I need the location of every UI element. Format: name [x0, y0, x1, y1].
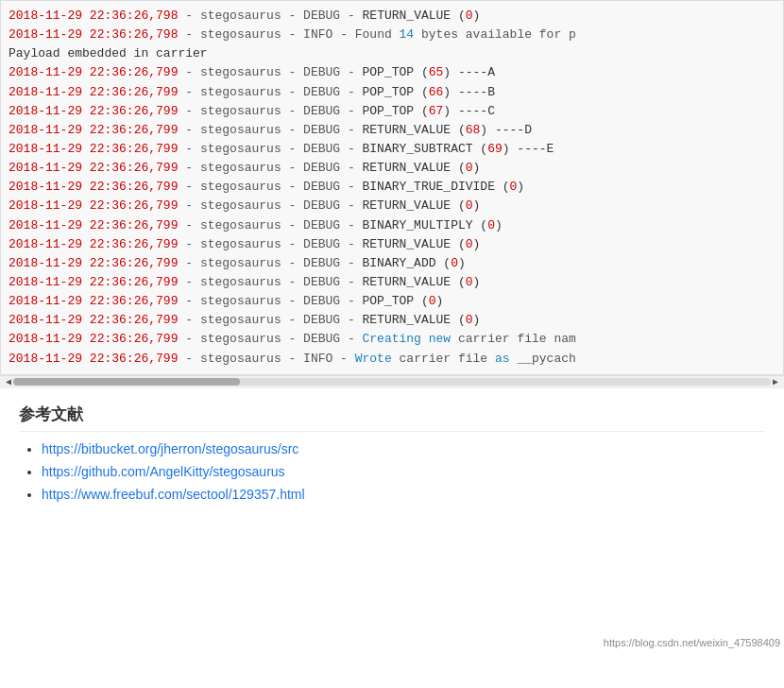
references-list: https://bitbucket.org/jherron/stegosauru…: [19, 441, 765, 502]
log-line-payload: Payload embedded in carrier: [9, 44, 775, 63]
log-line: 2018-11-29 22:36:26,799 - stegosaurus - …: [9, 102, 775, 121]
reference-link-3[interactable]: https://www.freebuf.com/sectool/129357.h…: [42, 487, 305, 502]
log-line: 2018-11-29 22:36:26,799 - stegosaurus - …: [9, 235, 775, 254]
scrollbar-track[interactable]: [13, 378, 771, 386]
scrollbar-thumb[interactable]: [13, 378, 240, 386]
log-container[interactable]: 2018-11-29 22:36:26,798 - stegosaurus - …: [0, 0, 784, 375]
log-line: 2018-11-29 22:36:26,799 - stegosaurus - …: [9, 140, 775, 159]
log-line: 2018-11-29 22:36:26,799 - stegosaurus - …: [9, 178, 775, 197]
reference-link-1[interactable]: https://bitbucket.org/jherron/stegosauru…: [42, 441, 298, 456]
list-item: https://www.freebuf.com/sectool/129357.h…: [42, 487, 765, 502]
scroll-right-arrow[interactable]: ▶: [771, 376, 780, 387]
log-line: 2018-11-29 22:36:26,799 - stegosaurus - …: [9, 292, 775, 311]
references-section: 参考文献 https://bitbucket.org/jherron/stego…: [0, 388, 784, 525]
log-line: 2018-11-29 22:36:26,799 - stegosaurus - …: [9, 63, 775, 82]
list-item: https://bitbucket.org/jherron/stegosauru…: [42, 441, 765, 456]
references-title: 参考文献: [19, 404, 765, 432]
watermark: https://blog.csdn.net/weixin_47598409: [600, 635, 784, 650]
horizontal-scrollbar[interactable]: ◀ ▶: [0, 375, 784, 388]
log-line: 2018-11-29 22:36:26,799 - stegosaurus - …: [9, 121, 775, 140]
log-line: 2018-11-29 22:36:26,799 - stegosaurus - …: [9, 216, 775, 235]
log-line-creating: 2018-11-29 22:36:26,799 - stegosaurus - …: [9, 330, 775, 349]
reference-link-2[interactable]: https://github.com/AngelKitty/stegosauru…: [42, 464, 285, 479]
log-line-wrote: 2018-11-29 22:36:26,799 - stegosaurus - …: [9, 350, 775, 369]
log-line: 2018-11-29 22:36:26,798 - stegosaurus - …: [9, 7, 775, 26]
log-line: 2018-11-29 22:36:26,799 - stegosaurus - …: [9, 197, 775, 215]
log-line: 2018-11-29 22:36:26,799 - stegosaurus - …: [9, 273, 775, 292]
scroll-left-arrow[interactable]: ◀: [4, 376, 13, 387]
log-line: 2018-11-29 22:36:26,799 - stegosaurus - …: [9, 254, 775, 273]
log-line: 2018-11-29 22:36:26,799 - stegosaurus - …: [9, 311, 775, 330]
log-line: 2018-11-29 22:36:26,798 - stegosaurus - …: [9, 26, 775, 44]
list-item: https://github.com/AngelKitty/stegosauru…: [42, 464, 765, 479]
log-line: 2018-11-29 22:36:26,799 - stegosaurus - …: [9, 83, 775, 102]
log-line: 2018-11-29 22:36:26,799 - stegosaurus - …: [9, 159, 775, 178]
